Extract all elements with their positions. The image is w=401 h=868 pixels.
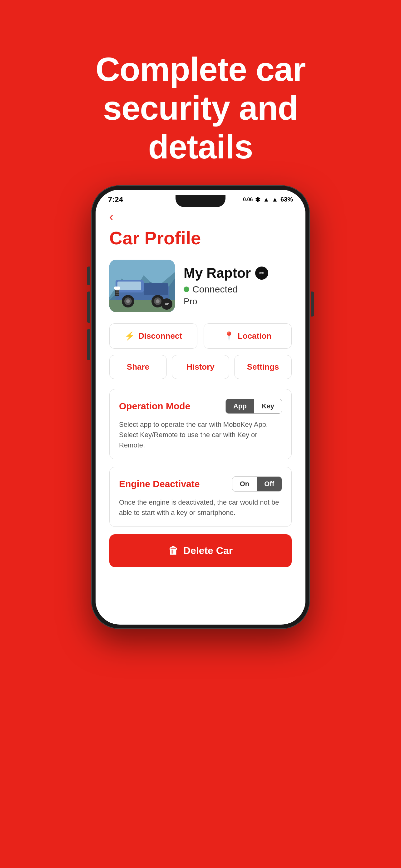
battery-icon: 63% [280, 196, 293, 203]
status-right: 0.06 ✱ ▲ ▲ 63% [243, 196, 293, 204]
back-button[interactable]: ‹ [109, 210, 113, 224]
silent-button [87, 329, 90, 360]
wifi-icon: ▲ [263, 196, 269, 203]
signal-icon: ▲ [272, 196, 278, 203]
disconnect-label: Disconnect [138, 331, 182, 341]
secondary-action-row: Share History Settings [109, 355, 292, 379]
car-name: My Raptor [183, 265, 251, 281]
app-mode-button[interactable]: App [226, 399, 254, 413]
car-plan: Pro [183, 297, 292, 307]
status-time: 7:24 [108, 195, 123, 204]
operation-mode-desc: Select app to operate the car with MoboK… [119, 419, 282, 450]
engine-toggle[interactable]: On Off [232, 476, 282, 492]
camera-notch [175, 195, 226, 207]
trash-icon: 🗑 [168, 545, 178, 556]
car-image[interactable]: ✏ [109, 260, 175, 312]
delete-car-button[interactable]: 🗑 Delete Car [109, 534, 292, 567]
svg-rect-15 [115, 290, 119, 291]
operation-mode-panel: Operation Mode App Key Select app to ope… [109, 389, 292, 459]
svg-point-13 [156, 299, 160, 303]
settings-label: Settings [247, 362, 279, 372]
svg-rect-17 [115, 294, 119, 295]
volume-up-button [87, 267, 90, 285]
engine-on-button[interactable]: On [232, 477, 257, 491]
volume-down-button [87, 291, 90, 323]
history-button[interactable]: History [172, 355, 229, 379]
location-button[interactable]: 📍 Location [204, 323, 292, 349]
hero-title: Complete carsecurity anddetails [0, 50, 401, 166]
svg-rect-7 [144, 283, 168, 295]
car-status-row: Connected [183, 284, 292, 294]
settings-button[interactable]: Settings [234, 355, 292, 379]
phone-mockup: 7:24 ▶ ⬛ 0.06 ✱ ▲ ▲ 63% ‹ Car Profil [0, 185, 401, 629]
share-label: Share [127, 362, 149, 372]
svg-point-10 [126, 299, 130, 303]
location-icon: 📍 [224, 331, 234, 341]
car-info: My Raptor ✏ Connected Pro [183, 265, 292, 307]
primary-action-row: ⚡ Disconnect 📍 Location [109, 323, 292, 349]
data-speed: 0.06 [243, 197, 253, 203]
svg-rect-18 [114, 286, 120, 290]
operation-mode-toggle[interactable]: App Key [226, 399, 282, 414]
operation-mode-header: Operation Mode App Key [119, 399, 282, 414]
connection-status-dot [183, 286, 189, 292]
bluetooth-icon: ✱ [255, 196, 261, 204]
engine-off-button[interactable]: Off [257, 477, 282, 491]
key-mode-button[interactable]: Key [254, 399, 282, 413]
car-card: ✏ My Raptor ✏ Connected Pro [109, 260, 292, 312]
engine-deactivate-panel: Engine Deactivate On Off Once the engine… [109, 467, 292, 527]
car-name-row: My Raptor ✏ [183, 265, 292, 281]
disconnect-icon: ⚡ [125, 331, 135, 341]
operation-mode-title: Operation Mode [119, 401, 190, 411]
svg-rect-16 [115, 292, 119, 293]
phone-outer: 7:24 ▶ ⬛ 0.06 ✱ ▲ ▲ 63% ‹ Car Profil [91, 185, 310, 629]
car-image-edit-icon[interactable]: ✏ [161, 299, 172, 310]
car-connection-status: Connected [192, 284, 238, 294]
engine-deactivate-desc: Once the engine is deactivated, the car … [119, 497, 282, 518]
app-content: ‹ Car Profile [96, 207, 305, 623]
disconnect-button[interactable]: ⚡ Disconnect [109, 323, 197, 349]
hero-section: Complete carsecurity anddetails [0, 0, 401, 185]
engine-deactivate-title: Engine Deactivate [119, 479, 200, 489]
svg-rect-6 [118, 281, 141, 290]
power-button [311, 291, 314, 316]
engine-deactivate-header: Engine Deactivate On Off [119, 476, 282, 492]
history-label: History [187, 362, 214, 372]
page-title: Car Profile [109, 227, 292, 248]
share-button[interactable]: Share [109, 355, 167, 379]
delete-car-label: Delete Car [183, 545, 233, 556]
car-name-edit-button[interactable]: ✏ [255, 267, 268, 280]
location-label: Location [238, 331, 271, 341]
phone-screen: 7:24 ▶ ⬛ 0.06 ✱ ▲ ▲ 63% ‹ Car Profil [96, 190, 305, 625]
